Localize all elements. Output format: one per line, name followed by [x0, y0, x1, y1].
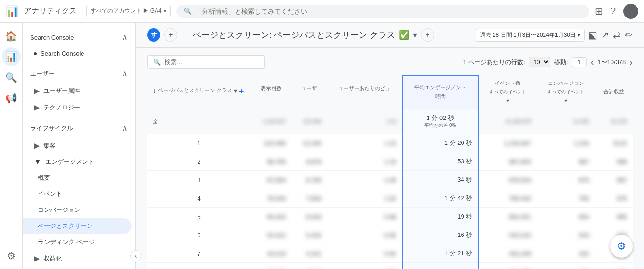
engagement-label: エンゲージメント	[45, 158, 94, 166]
sidebar-item-landing-page[interactable]: ランディング ページ	[23, 234, 132, 250]
date-range-selector[interactable]: 過去 28 日間 1月3日〜2024年1月30日 ▾	[476, 29, 585, 42]
table-row: 3 87,654 8,765 1.05 34 秒 876,543 876 ¥87	[147, 171, 633, 189]
row-events: 432,109	[478, 244, 537, 263]
row-views: 54,321	[251, 226, 291, 244]
share-icon[interactable]: ⬕	[588, 29, 597, 41]
sidebar-item-technology[interactable]: ▶ テクノロジー	[23, 99, 132, 116]
lifecycle-header[interactable]: ライフサイクル ∧	[23, 119, 135, 137]
global-search-input[interactable]	[195, 8, 337, 15]
row-users: 6,543	[291, 208, 327, 226]
row-conversions: 321	[537, 263, 594, 269]
nav-home-icon[interactable]: 🏠	[2, 26, 21, 45]
row-vpuser: 0.92	[327, 244, 403, 263]
row-views: 76,543	[251, 189, 291, 208]
account-selector[interactable]: すべてのアカウント ▶ GA4 ▾	[86, 5, 171, 17]
sidebar-item-retention[interactable]: 維持率	[23, 267, 132, 269]
add-column-icon[interactable]: +	[239, 87, 244, 97]
conversions-filter-icon[interactable]: ▾	[564, 97, 567, 104]
col-header-events: イベント数 すべてのイベント ▾	[478, 75, 537, 109]
row-users: 4,321	[291, 244, 327, 263]
rows-per-page-label: 1 ページあたりの行数:	[463, 58, 525, 67]
row-conversions: 987	[537, 152, 594, 171]
nav-advertising-icon[interactable]: 📢	[2, 89, 21, 108]
col-header-revenue: 合計収益	[595, 75, 633, 109]
share-alt-icon[interactable]: ↗	[601, 29, 609, 41]
row-revenue: ¥32	[595, 263, 633, 269]
pages-screens-label: ページとスクリーン	[38, 222, 93, 230]
rows-per-page-select[interactable]: 10 25 50	[529, 57, 550, 67]
edit-icon[interactable]: ✏	[625, 29, 633, 41]
sidebar-item-acquisition[interactable]: ▶ 集客	[23, 137, 132, 154]
nav-settings-icon[interactable]: ⚙	[2, 246, 21, 265]
row-vpuser: 0.95	[327, 226, 403, 244]
search-console-header[interactable]: Search Console ∧	[23, 28, 135, 46]
apps-icon[interactable]: ⊞	[595, 6, 603, 17]
sort-down-icon[interactable]: ↓	[153, 87, 156, 94]
row-index: 6	[147, 226, 251, 244]
table-search-input[interactable]	[165, 59, 259, 66]
row-users: 12,345	[291, 134, 327, 152]
sidebar: Search Console ∧ Search Console ユーザー ∧ ▶…	[23, 23, 136, 269]
technology-label: テクノロジー	[43, 103, 80, 112]
nav-explore-icon[interactable]: 🔍	[2, 68, 21, 87]
row-users: 5,432	[291, 226, 327, 244]
sidebar-item-engagement[interactable]: ▼ エンゲージメント	[23, 154, 132, 170]
page-move-input[interactable]	[572, 57, 587, 67]
main-layout: 🏠 📊 🔍 📢 ⚙ Search Console ∧ Search Consol…	[0, 23, 644, 269]
avatar[interactable]	[623, 4, 638, 19]
row-revenue: ¥76	[595, 189, 633, 208]
data-table: ↓ ページパスとスクリーン クラス ▾ + 表示回数 —	[147, 75, 633, 269]
sidebar-item-pages-screens[interactable]: ページとスクリーン	[23, 218, 132, 234]
table-row: 8 32,109 3,210 0.88 46 秒 321,098 321 ¥32	[147, 263, 633, 269]
nav-reports-icon[interactable]: 📊	[2, 47, 21, 66]
sidebar-item-monetization[interactable]: ▶ 収益化	[23, 250, 132, 267]
row-revenue: ¥87	[595, 171, 633, 189]
avg-engagement-diff: 平均との差 0%	[408, 122, 472, 129]
search-filter[interactable]: 🔍	[147, 55, 265, 69]
row-vpuser: 1.05	[327, 171, 403, 189]
global-search-box[interactable]: 🔍	[176, 5, 589, 18]
help-icon[interactable]: ?	[611, 6, 616, 17]
events-filter-icon[interactable]: ▾	[506, 97, 509, 104]
search-console-label: Search Console	[30, 34, 74, 41]
next-page-button[interactable]: ›	[629, 57, 633, 67]
users-header[interactable]: ユーザー ∧	[23, 65, 135, 83]
page-title-dropdown-icon[interactable]: ▾	[413, 30, 417, 40]
table-row: 1 123,456 12,345 1.23 1 分 20 秒 1,234,567…	[147, 134, 633, 152]
sidebar-collapse-button[interactable]: ‹	[130, 250, 141, 261]
sidebar-item-user-attributes[interactable]: ▶ ユーザー属性	[23, 83, 132, 99]
row-views: 87,654	[251, 171, 291, 189]
move-label: 移動:	[554, 58, 568, 67]
check-circle-icon: ✅	[399, 30, 409, 40]
conversions-label: コンバージョン	[38, 206, 81, 214]
table-area: 🔍 1 ページあたりの行数: 10 25 50 移動: ‹ 1〜10/378 ›	[136, 48, 644, 269]
row-engagement: 34 秒	[402, 171, 478, 189]
row-conversions: 654	[537, 208, 594, 226]
pagination-info: 1〜10/378	[597, 58, 626, 67]
row-engagement: 19 秒	[402, 208, 478, 226]
sidebar-item-events[interactable]: イベント	[23, 186, 132, 202]
search-icon-2: 🔍	[153, 59, 161, 66]
row-users: 3,210	[291, 263, 327, 269]
prev-page-button[interactable]: ‹	[591, 57, 594, 67]
add-page-button[interactable]: +	[421, 28, 434, 42]
avg-views: 1,234,567	[251, 109, 291, 134]
sidebar-item-search-console[interactable]: Search Console	[23, 46, 132, 61]
header-icons: ⊞ ?	[595, 4, 638, 19]
avg-events: 12,345,678	[478, 109, 537, 134]
row-events: 543,210	[478, 226, 537, 244]
sidebar-item-conversions[interactable]: コンバージョン	[23, 202, 132, 218]
compare-icon[interactable]: ⇄	[613, 29, 621, 41]
users-chevron-icon: ∧	[122, 68, 128, 79]
row-events: 1,234,567	[478, 134, 537, 152]
avg-engagement: 1 分 02 秒 平均との差 0%	[402, 109, 478, 134]
filter-icon[interactable]: ▾	[234, 87, 237, 94]
fab-button[interactable]: ⚙	[610, 235, 633, 258]
add-tab-button[interactable]: +	[164, 28, 177, 42]
arrow-right-icon: ▶	[34, 86, 40, 95]
sidebar-item-overview[interactable]: 概要	[23, 170, 132, 186]
app-name: アナリティクス	[24, 6, 77, 16]
row-conversions: 543	[537, 226, 594, 244]
row-vpuser: 1.10	[327, 152, 403, 171]
account-label: すべてのアカウント ▶ GA4	[91, 7, 162, 15]
